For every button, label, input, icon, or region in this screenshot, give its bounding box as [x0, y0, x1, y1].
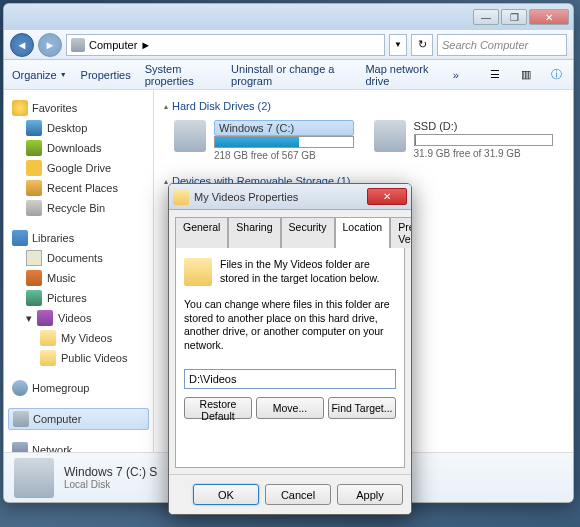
drive-icon: [374, 120, 406, 152]
nav-bar: ◄ ► Computer ► ▼ ↻ Search Computer: [4, 30, 573, 60]
desktop-icon: [26, 120, 42, 136]
detail-type: Local Disk: [64, 479, 157, 490]
properties-button[interactable]: Properties: [81, 69, 131, 81]
tab-body: Files in the My Videos folder are stored…: [175, 247, 405, 468]
documents-icon: [26, 250, 42, 266]
favorites-header[interactable]: Favorites: [8, 98, 149, 118]
folder-icon: [40, 350, 56, 366]
star-icon: [12, 100, 28, 116]
expand-icon[interactable]: ▾: [26, 312, 32, 325]
forward-button[interactable]: ►: [38, 33, 62, 57]
googledrive-icon: [26, 160, 42, 176]
computer-header[interactable]: Computer: [8, 408, 149, 430]
sidebar-item-publicvideos[interactable]: Public Videos: [22, 348, 149, 368]
libraries-header[interactable]: Libraries: [8, 228, 149, 248]
tab-security[interactable]: Security: [281, 217, 335, 248]
dialog-title: My Videos Properties: [194, 191, 362, 203]
drive-icon: [14, 458, 54, 498]
sidebar-item-recent[interactable]: Recent Places: [8, 178, 149, 198]
computer-icon: [13, 411, 29, 427]
sidebar-item-pictures[interactable]: Pictures: [8, 288, 149, 308]
drive-c[interactable]: Windows 7 (C:) 218 GB free of 567 GB: [174, 120, 354, 161]
uninstall-button[interactable]: Uninstall or change a program: [231, 63, 351, 87]
tab-previous-versions[interactable]: Previous Versions: [390, 217, 412, 248]
cancel-button[interactable]: Cancel: [265, 484, 331, 505]
location-path-input[interactable]: [184, 369, 396, 389]
breadcrumb[interactable]: Computer ►: [66, 34, 385, 56]
toolbar-more[interactable]: »: [453, 69, 459, 81]
dialog-tabs: General Sharing Security Location Previo…: [169, 210, 411, 247]
search-input[interactable]: Search Computer: [437, 34, 567, 56]
network-icon: [12, 442, 28, 452]
map-drive-button[interactable]: Map network drive: [365, 63, 438, 87]
location-desc1: Files in the My Videos folder are stored…: [220, 258, 396, 286]
refresh-button[interactable]: ↻: [411, 34, 433, 56]
drive-d[interactable]: SSD (D:) 31.9 GB free of 31.9 GB: [374, 120, 554, 161]
sidebar-item-googledrive[interactable]: Google Drive: [8, 158, 149, 178]
help-icon[interactable]: ⓘ: [548, 66, 565, 84]
minimize-button[interactable]: —: [473, 9, 499, 25]
toolbar: Organize▼ Properties System properties U…: [4, 60, 573, 90]
videos-icon: [37, 310, 53, 326]
dialog-button-row: OK Cancel Apply: [169, 474, 411, 514]
recent-icon: [26, 180, 42, 196]
drive-c-free: 218 GB free of 567 GB: [214, 150, 354, 161]
tab-sharing[interactable]: Sharing: [228, 217, 280, 248]
apply-button[interactable]: Apply: [337, 484, 403, 505]
close-button[interactable]: ✕: [529, 9, 569, 25]
recyclebin-icon: [26, 200, 42, 216]
sidebar-item-music[interactable]: Music: [8, 268, 149, 288]
system-properties-button[interactable]: System properties: [145, 63, 217, 87]
drive-c-bar: [214, 136, 354, 148]
drive-d-bar: [414, 134, 554, 146]
titlebar: — ❐ ✕: [4, 4, 573, 30]
preview-pane-icon[interactable]: ▥: [518, 66, 535, 84]
view-icon[interactable]: ☰: [487, 66, 504, 84]
sidebar-item-desktop[interactable]: Desktop: [8, 118, 149, 138]
search-placeholder: Search Computer: [442, 39, 528, 51]
location-desc2: You can change where files in this folde…: [184, 298, 396, 353]
folder-icon: [173, 189, 189, 205]
dialog-titlebar[interactable]: My Videos Properties ✕: [169, 184, 411, 210]
detail-name: Windows 7 (C:) S: [64, 465, 157, 479]
homegroup-icon: [12, 380, 28, 396]
tab-location[interactable]: Location: [335, 217, 391, 248]
homegroup-header[interactable]: Homegroup: [8, 378, 149, 398]
folder-icon: [184, 258, 212, 286]
drive-d-name: SSD (D:): [414, 120, 554, 134]
breadcrumb-dropdown[interactable]: ▼: [389, 34, 407, 56]
sidebar-item-recyclebin[interactable]: Recycle Bin: [8, 198, 149, 218]
ok-button[interactable]: OK: [193, 484, 259, 505]
drive-icon: [174, 120, 206, 152]
libraries-icon: [12, 230, 28, 246]
sidebar-item-myvideos[interactable]: My Videos: [22, 328, 149, 348]
folder-icon: [40, 330, 56, 346]
computer-icon: [71, 38, 85, 52]
restore-default-button[interactable]: Restore Default: [184, 397, 252, 419]
properties-dialog: My Videos Properties ✕ General Sharing S…: [168, 183, 412, 515]
drive-d-free: 31.9 GB free of 31.9 GB: [414, 148, 554, 159]
drive-c-name: Windows 7 (C:): [214, 120, 354, 136]
pictures-icon: [26, 290, 42, 306]
back-button[interactable]: ◄: [10, 33, 34, 57]
sidebar-item-videos[interactable]: ▾Videos: [8, 308, 149, 328]
sidebar: Favorites Desktop Downloads Google Drive…: [4, 90, 154, 452]
tab-general[interactable]: General: [175, 217, 228, 248]
sidebar-item-documents[interactable]: Documents: [8, 248, 149, 268]
sidebar-item-downloads[interactable]: Downloads: [8, 138, 149, 158]
move-button[interactable]: Move...: [256, 397, 324, 419]
find-target-button[interactable]: Find Target...: [328, 397, 396, 419]
downloads-icon: [26, 140, 42, 156]
breadcrumb-text: Computer ►: [89, 39, 151, 51]
music-icon: [26, 270, 42, 286]
maximize-button[interactable]: ❐: [501, 9, 527, 25]
hdd-section-header[interactable]: ▴Hard Disk Drives (2): [164, 96, 563, 116]
network-header[interactable]: Network: [8, 440, 149, 452]
organize-menu[interactable]: Organize▼: [12, 69, 67, 81]
dialog-close-button[interactable]: ✕: [367, 188, 407, 205]
